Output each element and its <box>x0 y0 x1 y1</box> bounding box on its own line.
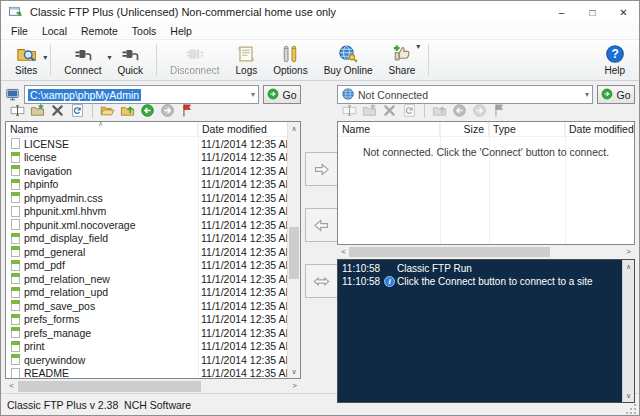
file-date: 11/1/2014 12:35 AM <box>201 151 287 163</box>
scrollbar-thumb[interactable] <box>18 381 201 392</box>
download-button[interactable] <box>305 208 338 242</box>
file-row[interactable]: phpunit.xml.nocoverage11/1/2014 12:35 AM <box>6 218 287 232</box>
column-header-name[interactable]: Name <box>338 122 440 136</box>
file-row[interactable]: querywindow11/1/2014 12:35 AM <box>6 353 287 367</box>
file-date: 11/1/2014 12:35 AM <box>201 286 287 298</box>
file-row[interactable]: LICENSE11/1/2014 12:35 AM <box>6 137 287 151</box>
file-row[interactable]: pmd_pdf11/1/2014 12:35 AM <box>6 259 287 273</box>
dropdown-arrow-icon[interactable]: ▾ <box>416 42 420 51</box>
log-vertical-scrollbar[interactable]: ∧ ∨ <box>622 260 634 402</box>
chevron-down-icon[interactable]: ▾ <box>585 90 589 99</box>
buy-online-button[interactable]: Buy Online <box>316 41 381 79</box>
upload-button[interactable] <box>305 152 338 186</box>
maximize-button[interactable]: □ <box>577 1 608 23</box>
local-horizontal-scrollbar[interactable]: < > <box>5 380 301 393</box>
toolbar-separator <box>428 44 429 76</box>
menu-bar: FileLocalRemoteToolsHelp <box>1 23 639 40</box>
scroll-right-icon[interactable]: > <box>288 380 301 393</box>
computer-icon <box>5 87 20 102</box>
file-row[interactable]: pmd_relation_upd11/1/2014 12:35 AM <box>6 286 287 300</box>
bookmark-icon[interactable] <box>491 102 508 119</box>
remote-list-header: NameSizeTypeDate modified <box>338 122 634 137</box>
file-row[interactable]: prefs_manage11/1/2014 12:35 AM <box>6 326 287 340</box>
options-button[interactable]: Options <box>265 41 315 79</box>
file-row[interactable]: license11/1/2014 12:35 AM <box>6 151 287 165</box>
column-header-type[interactable]: Type <box>489 122 565 136</box>
file-row[interactable]: print11/1/2014 12:35 AM <box>6 340 287 354</box>
file-row[interactable]: pmd_general11/1/2014 12:35 AM <box>6 245 287 259</box>
dropdown-arrow-icon[interactable]: ▾ <box>43 53 47 62</box>
file-row[interactable]: pmd_save_pos11/1/2014 12:35 AM <box>6 299 287 313</box>
logs-button[interactable]: Logs <box>228 41 266 79</box>
connect-button[interactable]: ▾Connect <box>56 41 109 79</box>
file-row[interactable]: phpmyadmin.css11/1/2014 12:35 AM <box>6 191 287 205</box>
forward-icon[interactable] <box>159 102 176 119</box>
chevron-down-icon[interactable]: ▾ <box>251 90 255 99</box>
file-row[interactable]: pmd_display_field11/1/2014 12:35 AM <box>6 232 287 246</box>
sync-button[interactable] <box>305 264 338 298</box>
up-folder-icon[interactable] <box>431 102 448 119</box>
file-row[interactable]: navigation11/1/2014 12:35 AM <box>6 164 287 178</box>
help-button[interactable]: ?Help <box>596 41 633 79</box>
options-icon <box>280 44 300 64</box>
column-header-date-modified[interactable]: Date modified <box>198 122 300 136</box>
file-name: prefs_forms <box>24 313 201 325</box>
scroll-right-icon[interactable]: > <box>622 246 635 258</box>
file-row[interactable]: prefs_forms11/1/2014 12:35 AM <box>6 313 287 327</box>
open-folder-icon[interactable] <box>99 102 116 119</box>
disconnect-button[interactable]: Disconnect <box>162 41 227 79</box>
menu-help[interactable]: Help <box>163 24 199 38</box>
resize-grip[interactable] <box>625 401 637 413</box>
rename-icon[interactable] <box>9 102 26 119</box>
share-button[interactable]: ▾Share <box>381 41 424 79</box>
column-header-date-modified[interactable]: Date modified <box>565 122 634 136</box>
column-header-size[interactable]: Size <box>440 122 489 136</box>
file-row[interactable]: README11/1/2014 12:35 AM <box>6 367 287 379</box>
close-button[interactable]: ✕ <box>608 1 639 23</box>
menu-remote[interactable]: Remote <box>74 24 125 38</box>
menu-local[interactable]: Local <box>35 24 74 38</box>
toolbar-button-label: Disconnect <box>170 65 219 76</box>
file-row[interactable]: pmd_relation_new11/1/2014 12:35 AM <box>6 272 287 286</box>
scroll-left-icon[interactable]: < <box>5 380 18 393</box>
sites-button[interactable]: ▾Sites <box>7 41 45 79</box>
remote-go-button[interactable]: Go <box>597 85 635 104</box>
menu-tools[interactable]: Tools <box>125 24 164 38</box>
file-name: print <box>24 340 201 352</box>
file-name: license <box>24 151 201 163</box>
delete-icon[interactable] <box>381 102 398 119</box>
new-folder-icon[interactable] <box>361 102 378 119</box>
refresh-icon[interactable] <box>69 102 86 119</box>
back-icon[interactable] <box>139 102 156 119</box>
scrollbar-thumb[interactable] <box>349 247 550 257</box>
log-message: Classic FTP Run <box>397 263 472 274</box>
refresh-icon[interactable] <box>401 102 418 119</box>
scroll-up-icon[interactable]: ∧ <box>288 122 300 135</box>
local-vertical-scrollbar[interactable]: ∧ ∨ <box>287 122 300 378</box>
app-icon <box>8 5 23 20</box>
delete-icon[interactable] <box>49 102 66 119</box>
minimize-button[interactable]: – <box>546 1 577 23</box>
remote-horizontal-scrollbar[interactable]: < > <box>337 246 635 258</box>
not-connected-message: Not connected. Click the 'Connect' butto… <box>338 146 634 158</box>
bookmark-icon[interactable] <box>179 102 196 119</box>
column-header-name[interactable]: Name∧ <box>6 122 198 136</box>
new-folder-icon[interactable] <box>29 102 46 119</box>
quick-button[interactable]: Quick <box>109 41 151 79</box>
log-entry: 11:10:58iClick the Connect button to con… <box>342 275 620 288</box>
back-icon[interactable] <box>451 102 468 119</box>
file-date: 11/1/2014 12:35 AM <box>201 138 287 150</box>
php-file-icon <box>11 152 20 163</box>
scroll-down-icon[interactable]: ∨ <box>288 365 300 378</box>
menu-file[interactable]: File <box>4 24 35 38</box>
rename-icon[interactable] <box>341 102 358 119</box>
file-row[interactable]: phpinfo11/1/2014 12:35 AM <box>6 178 287 192</box>
scrollbar-thumb[interactable] <box>289 227 299 279</box>
forward-icon[interactable] <box>471 102 488 119</box>
up-folder-icon[interactable] <box>119 102 136 119</box>
file-row[interactable]: phpunit.xml.hhvm11/1/2014 12:35 AM <box>6 205 287 219</box>
scroll-up-icon[interactable]: ∧ <box>623 260 634 273</box>
file-name: prefs_manage <box>24 327 201 339</box>
php-file-icon <box>11 273 20 284</box>
local-go-button[interactable]: Go <box>263 85 301 104</box>
